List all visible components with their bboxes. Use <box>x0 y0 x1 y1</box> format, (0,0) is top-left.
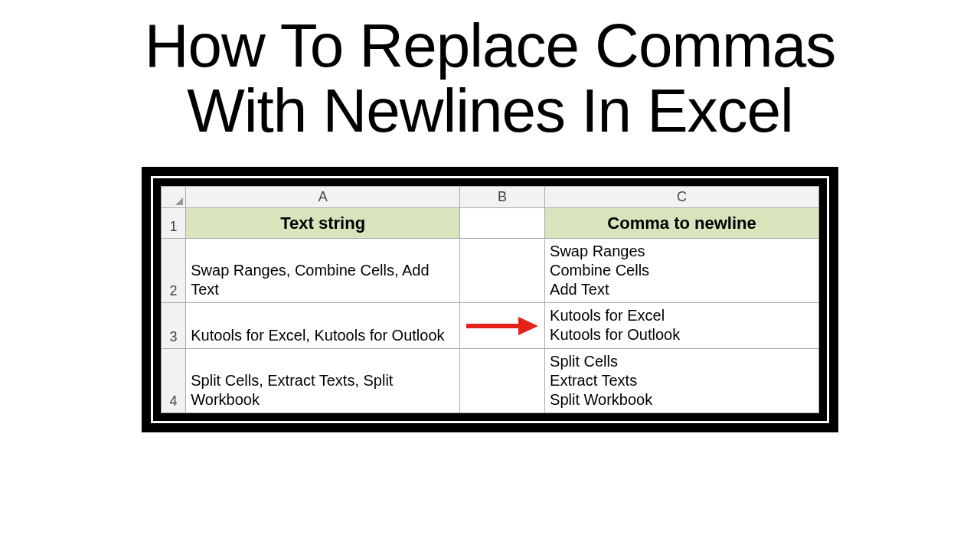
header-comma-to-newline: Comma to newline <box>607 214 756 233</box>
row-header-4-label: 4 <box>170 393 178 409</box>
row-4: 4 Split Cells, Extract Texts, Split Work… <box>162 349 819 413</box>
cell-a1[interactable]: Text string <box>186 208 460 239</box>
cell-a4-text: Split Cells, Extract Texts, Split Workbo… <box>191 372 393 408</box>
column-header-c-label: C <box>677 189 687 204</box>
cell-a3-text: Kutools for Excel, Kutools for Outlook <box>191 327 444 344</box>
column-header-c[interactable]: C <box>545 187 819 208</box>
select-all-corner[interactable] <box>162 187 186 208</box>
cell-c2[interactable]: Swap Ranges Combine Cells Add Text <box>545 239 819 303</box>
row-header-1-label: 1 <box>170 219 178 234</box>
row-header-1[interactable]: 1 <box>162 208 186 239</box>
cell-b4[interactable] <box>460 349 545 413</box>
row-2: 2 Swap Ranges, Combine Cells, Add Text S… <box>162 239 819 303</box>
column-header-b-label: B <box>498 189 507 204</box>
cell-b3[interactable] <box>460 303 545 349</box>
screenshot-frame-inner: A B C 1 Text string Comma to newline 2 S… <box>151 176 829 423</box>
cell-c2-text: Swap Ranges Combine Cells Add Text <box>550 243 649 298</box>
cell-a2-text: Swap Ranges, Combine Cells, Add Text <box>191 262 429 298</box>
column-header-a[interactable]: A <box>186 187 460 208</box>
column-header-row: A B C <box>162 187 819 208</box>
page-title: How To Replace Commas With Newlines In E… <box>0 14 980 144</box>
cell-c3-text: Kutools for Excel Kutools for Outlook <box>550 307 680 343</box>
page: How To Replace Commas With Newlines In E… <box>0 0 980 551</box>
row-3: 3 Kutools for Excel, Kutools for Outlook… <box>162 303 819 349</box>
spreadsheet: A B C 1 Text string Comma to newline 2 S… <box>161 186 819 413</box>
grid-table: A B C 1 Text string Comma to newline 2 S… <box>161 186 819 413</box>
cell-b2[interactable] <box>460 239 545 303</box>
arrow-icon <box>466 317 539 335</box>
title-line-2: With Newlines In Excel <box>187 77 793 145</box>
column-header-a-label: A <box>318 189 328 204</box>
cell-a4[interactable]: Split Cells, Extract Texts, Split Workbo… <box>186 349 460 413</box>
title-line-1: How To Replace Commas <box>145 11 835 80</box>
cell-a3[interactable]: Kutools for Excel, Kutools for Outlook <box>186 303 460 349</box>
cell-c1[interactable]: Comma to newline <box>545 208 819 239</box>
column-header-b[interactable]: B <box>460 187 545 208</box>
row-header-3[interactable]: 3 <box>162 303 186 349</box>
cell-c4-text: Split Cells Extract Texts Split Workbook <box>550 353 652 408</box>
header-text-string: Text string <box>280 214 365 233</box>
screenshot-frame: A B C 1 Text string Comma to newline 2 S… <box>142 167 838 432</box>
row-header-2[interactable]: 2 <box>162 239 186 303</box>
cell-a2[interactable]: Swap Ranges, Combine Cells, Add Text <box>186 239 460 303</box>
cell-c3[interactable]: Kutools for Excel Kutools for Outlook <box>545 303 819 349</box>
row-1: 1 Text string Comma to newline <box>162 208 819 239</box>
cell-c4[interactable]: Split Cells Extract Texts Split Workbook <box>545 349 819 413</box>
cell-b1[interactable] <box>460 208 545 239</box>
row-header-4[interactable]: 4 <box>162 349 186 413</box>
row-header-2-label: 2 <box>170 283 178 298</box>
row-header-3-label: 3 <box>170 329 178 344</box>
